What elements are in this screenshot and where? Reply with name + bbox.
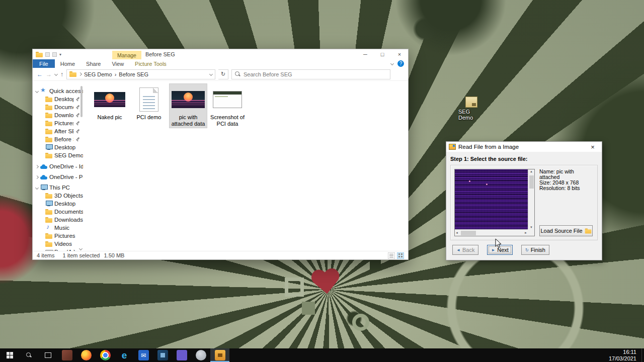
- refresh-button[interactable]: ↻: [218, 69, 228, 79]
- history-caret-icon[interactable]: [54, 72, 58, 76]
- sidebar-item-pictures[interactable]: Pictures: [33, 119, 83, 127]
- back-button[interactable]: ◄ Back: [452, 245, 478, 255]
- sidebar-item-onedrive-2[interactable]: OneDrive - Perso: [33, 173, 83, 181]
- ribbon-collapse-icon[interactable]: [390, 62, 394, 65]
- help-icon[interactable]: ?: [397, 60, 404, 67]
- file-item-naked-pic[interactable]: Naked pic: [91, 84, 128, 122]
- sidebar-item-seg-demo[interactable]: SEG Demo: [33, 151, 83, 159]
- address-box[interactable]: SEG Demo › Before SEG: [66, 69, 215, 79]
- tab-view[interactable]: View: [106, 59, 129, 68]
- taskbar-app-7[interactable]: [172, 348, 191, 362]
- taskbar-app-firefox[interactable]: [76, 348, 96, 362]
- sidebar-item-music[interactable]: Music: [33, 224, 83, 232]
- sidebar-item-label: Downloads: [54, 112, 73, 118]
- sidebar-item-this-pc[interactable]: This PC: [33, 184, 83, 192]
- forward-nav-button[interactable]: →: [46, 71, 52, 78]
- tab-home[interactable]: Home: [55, 59, 80, 68]
- sidebar-item-ben-a[interactable]: Ben (A:): [33, 248, 83, 251]
- sidebar-item-downloads[interactable]: Downloads: [33, 111, 83, 119]
- sidebar-item-documents-2[interactable]: Documents: [33, 208, 83, 216]
- finish-refresh-icon: ↻: [525, 248, 529, 252]
- manage-contextual-tab[interactable]: Manage: [112, 51, 141, 59]
- dialog-app-icon: [449, 144, 456, 150]
- preview-vertical-scrollbar[interactable]: ▲ ▼: [528, 169, 534, 229]
- scrollbar-thumb[interactable]: [461, 231, 476, 235]
- image-preview: ▲ ▼ ◄ ►: [454, 169, 535, 236]
- breadcrumb-seg-demo[interactable]: SEG Demo: [84, 71, 112, 77]
- scroll-down-icon[interactable]: ▼: [530, 226, 533, 229]
- tab-picture-tools[interactable]: Picture Tools: [129, 59, 172, 68]
- taskbar-clock[interactable]: 16:11 17/03/2021: [604, 349, 641, 361]
- preview-horizontal-scrollbar[interactable]: ◄ ►: [455, 229, 528, 236]
- load-source-file-button[interactable]: Load Source File: [539, 225, 593, 236]
- sidebar-item-desktop-2[interactable]: Desktop: [33, 143, 83, 151]
- file-item-pic-with-attached-data[interactable]: pic with attached data: [170, 84, 207, 128]
- scrollbar-thumb[interactable]: [529, 175, 534, 189]
- sidebar-item-before-seg[interactable]: Before SEG: [33, 135, 83, 143]
- taskbar-app-chrome[interactable]: [96, 348, 115, 362]
- sidebar-item-desktop[interactable]: Desktop: [33, 95, 83, 103]
- finish-button[interactable]: ↻ Finish: [521, 245, 549, 255]
- start-button[interactable]: [0, 348, 19, 362]
- details-view-button[interactable]: [388, 252, 395, 259]
- address-dropdown-icon[interactable]: [209, 72, 213, 76]
- folder-icon: [45, 97, 52, 102]
- taskbar-app-8[interactable]: [191, 348, 210, 362]
- star-icon: [40, 88, 47, 94]
- clock-date: 17/03/2021: [609, 355, 636, 362]
- file-item-pci-demo[interactable]: PCI demo: [130, 84, 168, 122]
- app-icon: [157, 350, 168, 360]
- explorer-titlebar: ▾ Manage Before SEG ─ □ ×: [33, 49, 408, 59]
- close-button[interactable]: ×: [391, 49, 408, 59]
- taskbar-app-edge[interactable]: e: [115, 348, 134, 362]
- sidebar-item-pictures-2[interactable]: Pictures: [33, 232, 83, 240]
- sidebar-item-videos[interactable]: Videos: [33, 240, 83, 248]
- sidebar-item-desktop-3[interactable]: Desktop: [33, 200, 83, 208]
- thumbnails-view-button[interactable]: [397, 252, 404, 259]
- sidebar-item-onedrive-1[interactable]: OneDrive - Idor sy: [33, 162, 83, 170]
- tab-share[interactable]: Share: [80, 59, 106, 68]
- file-item-screenshot-pci[interactable]: Screenshot of PCI data: [209, 84, 246, 128]
- sidebar-item-3d-objects[interactable]: 3D Objects: [33, 192, 83, 200]
- app-icon: [177, 350, 187, 360]
- taskbar: e ✉ 16:11 17/03/2021: [0, 348, 644, 362]
- desktop-icon-seg-demo[interactable]: SEG Demo: [458, 97, 485, 121]
- maximize-button[interactable]: □: [374, 49, 391, 59]
- windows-logo-icon: [7, 352, 13, 358]
- show-desktop-button[interactable]: [641, 348, 644, 362]
- scroll-right-icon[interactable]: ►: [524, 231, 527, 234]
- sidebar-item-documents[interactable]: Documents: [33, 103, 83, 111]
- wizard-buttons: ◄ Back ► Next ↻ Finish: [452, 245, 598, 255]
- sidebar-item-after-seg[interactable]: After SEG: [33, 127, 83, 135]
- up-nav-button[interactable]: ↑: [60, 71, 63, 78]
- dialog-close-button[interactable]: ×: [586, 142, 599, 152]
- sidebar-item-quick-access[interactable]: Quick access: [33, 87, 83, 95]
- pin-icon: [75, 137, 80, 142]
- sidebar-scrollbar[interactable]: [80, 86, 83, 117]
- qat-caret-icon[interactable]: ▾: [59, 52, 61, 57]
- tab-file[interactable]: File: [33, 59, 55, 68]
- back-nav-button[interactable]: ←: [37, 71, 43, 78]
- taskbar-app-6[interactable]: [153, 348, 172, 362]
- folder-icon: [45, 121, 52, 126]
- taskbar-app-photos[interactable]: [57, 348, 76, 362]
- navigation-pane: Quick access Desktop Documents Downloads…: [33, 81, 83, 251]
- search-input[interactable]: Search Before SEG: [231, 69, 390, 79]
- minimize-button[interactable]: ─: [357, 49, 374, 59]
- sidebar-item-label: OneDrive - Idor sy: [49, 163, 83, 169]
- breadcrumb-before-seg[interactable]: Before SEG: [119, 71, 148, 77]
- scroll-left-icon[interactable]: ◄: [455, 231, 458, 234]
- scroll-up-icon[interactable]: ▲: [530, 170, 533, 173]
- qat-icon-1[interactable]: [45, 52, 50, 57]
- taskbar-app-mail[interactable]: ✉: [134, 348, 153, 362]
- back-button-label: Back: [462, 247, 474, 253]
- taskbar-app-seg-tool-active[interactable]: [210, 348, 229, 362]
- taskbar-search-button[interactable]: [19, 348, 38, 362]
- wallpaper-square-outline: [285, 278, 304, 297]
- selection-size: 1.50 MB: [104, 252, 124, 258]
- task-view-button[interactable]: [38, 348, 57, 362]
- sidebar-item-downloads-2[interactable]: Downloads: [33, 216, 83, 224]
- sidebar-item-label: Desktop: [54, 144, 75, 150]
- qat-icon-2[interactable]: [52, 52, 57, 57]
- cloud-icon: [40, 174, 47, 180]
